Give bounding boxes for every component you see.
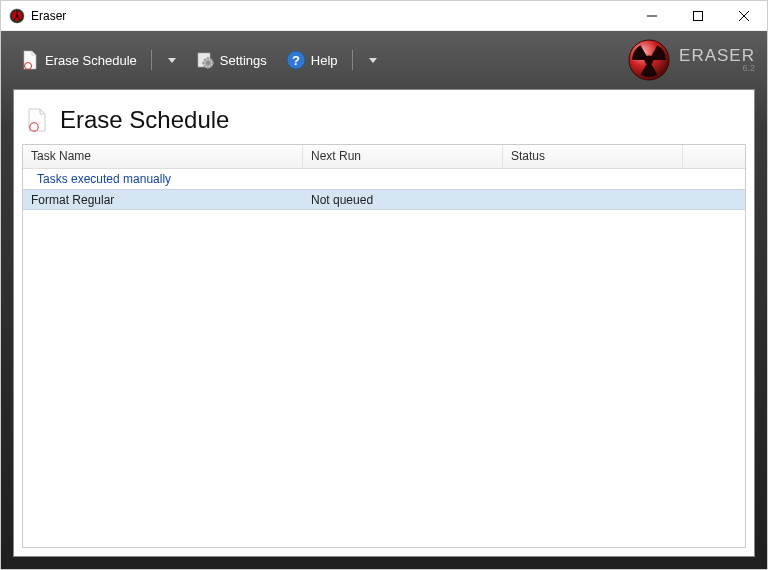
document-icon — [24, 107, 50, 133]
window-controls — [629, 1, 767, 30]
svg-rect-4 — [694, 11, 703, 20]
page-header: Erase Schedule — [14, 90, 754, 140]
help-label: Help — [311, 53, 338, 68]
titlebar: Eraser — [1, 1, 767, 31]
brand-logo: ERASER 6.2 — [627, 38, 755, 82]
help-button[interactable]: ? Help — [279, 45, 344, 75]
window-title: Eraser — [31, 9, 66, 23]
app-chrome: Erase Schedule Setting — [1, 31, 767, 569]
document-icon — [19, 49, 41, 71]
settings-button[interactable]: Settings — [188, 45, 273, 75]
chevron-down-icon — [168, 58, 176, 63]
schedule-table: Task Name Next Run Status Tasks executed… — [22, 144, 746, 548]
minimize-button[interactable] — [629, 1, 675, 30]
svg-text:?: ? — [292, 53, 300, 68]
chevron-down-icon — [369, 58, 377, 63]
cell-status — [503, 198, 683, 202]
help-icon: ? — [285, 49, 307, 71]
cell-task-name: Format Regular — [23, 191, 303, 209]
app-icon — [9, 8, 25, 24]
brand-version: 6.2 — [679, 64, 755, 73]
column-header-spare — [683, 145, 745, 168]
maximize-button[interactable] — [675, 1, 721, 30]
radiation-icon — [627, 38, 671, 82]
erase-schedule-label: Erase Schedule — [45, 53, 137, 68]
column-header-status[interactable]: Status — [503, 145, 683, 168]
column-header-next-run[interactable]: Next Run — [303, 145, 503, 168]
column-header-task-name[interactable]: Task Name — [23, 145, 303, 168]
help-dropdown[interactable] — [361, 54, 383, 67]
erase-schedule-dropdown[interactable] — [160, 54, 182, 67]
page-title: Erase Schedule — [60, 106, 229, 134]
table-row[interactable]: Format Regular Not queued — [23, 190, 745, 210]
svg-point-14 — [206, 61, 210, 65]
group-header[interactable]: Tasks executed manually — [23, 169, 745, 190]
cell-next-run: Not queued — [303, 191, 503, 209]
toolbar-divider — [151, 50, 152, 70]
brand-name: ERASER — [679, 47, 755, 64]
content-pane: Erase Schedule Task Name Next Run Status… — [13, 89, 755, 557]
svg-point-18 — [645, 56, 654, 65]
erase-schedule-button[interactable]: Erase Schedule — [13, 45, 143, 75]
toolbar: Erase Schedule Setting — [13, 31, 755, 89]
svg-point-2 — [16, 14, 19, 17]
gear-icon — [194, 49, 216, 71]
toolbar-divider-2 — [352, 50, 353, 70]
close-button[interactable] — [721, 1, 767, 30]
table-header: Task Name Next Run Status — [23, 145, 745, 169]
table-body: Tasks executed manually Format Regular N… — [23, 169, 745, 547]
settings-label: Settings — [220, 53, 267, 68]
